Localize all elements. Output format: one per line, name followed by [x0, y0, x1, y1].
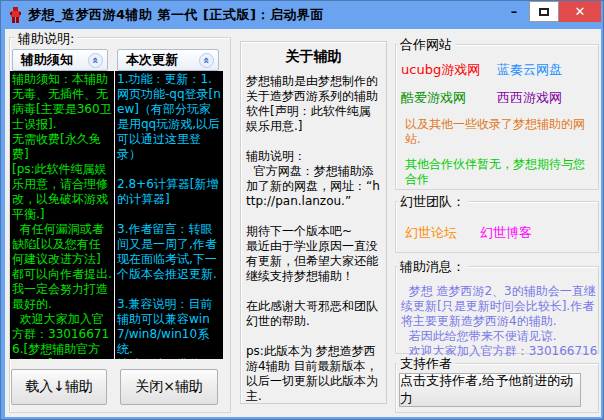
group-huanshi-team-label: 幻世团队： — [397, 193, 468, 211]
group-helper-description-label: 辅助说明: — [15, 30, 77, 48]
team-links: 幻世论坛 幻世博客 — [405, 224, 555, 242]
link-ucubg[interactable]: ucubg游戏网 — [401, 61, 497, 79]
partner-link-row: 酷爱游戏网 西西游戏网 — [401, 89, 593, 107]
link-huanshi-blog[interactable]: 幻世博客 — [480, 224, 555, 242]
load-helper-button[interactable]: 载入↓辅助 — [11, 369, 107, 405]
tab-current-update[interactable]: 本次更新 « — [117, 49, 219, 71]
partner-note-green: 其他合作伙伴暂无，梦想期待与您合作 — [405, 157, 593, 187]
close-button[interactable]: ✕ — [559, 1, 601, 22]
window-controls: – ✕ — [499, 1, 601, 22]
collapse-chevron-icon[interactable]: « — [199, 53, 214, 68]
link-huanshi-forum[interactable]: 幻世论坛 — [405, 224, 480, 242]
titlebar[interactable]: 梦想_造梦西游4辅助 第一代 [正式版]：启动界面 – ✕ — [1, 1, 603, 29]
partner-links: ucubg游戏网 蓝奏云网盘 酷爱游戏网 西西游戏网 以及其他一些收录了梦想辅助… — [395, 51, 599, 187]
link-xixi-games[interactable]: 西西游戏网 — [497, 89, 593, 107]
app-icon — [9, 7, 22, 23]
about-title: 关于辅助 — [246, 48, 381, 66]
link-lanzou-cloud[interactable]: 蓝奏云网盘 — [497, 61, 593, 79]
partner-link-row: ucubg游戏网 蓝奏云网盘 — [401, 61, 593, 79]
collapse-chevron-icon[interactable]: « — [88, 53, 103, 68]
link-kuai-games[interactable]: 酷爱游戏网 — [401, 89, 497, 107]
maximize-button[interactable] — [529, 1, 559, 22]
group-helper-news-label: 辅助消息： — [397, 258, 468, 276]
close-helper-button[interactable]: 关闭×辅助 — [120, 369, 218, 405]
notice-text-panel: 辅助须知：本辅助无毒、无插件、无病毒[主要是360卫士误报]. 无需收费[永久免… — [10, 71, 114, 359]
maximize-icon — [539, 8, 549, 16]
minimize-button[interactable]: – — [499, 1, 529, 22]
client-area: 辅助说明: 辅助须知 « 本次更新 « 辅助须知：本辅助无毒、无插件、无病毒[主… — [5, 29, 601, 417]
about-panel: 关于辅助 梦想辅助是由梦想制作的关于造梦西游系列的辅助软件[声明：此软件纯属娱乐… — [240, 41, 387, 404]
partner-note-orange: 以及其他一些收录了梦想辅助的网站. — [405, 117, 593, 147]
window-title: 梦想_造梦西游4辅助 第一代 [正式版]：启动界面 — [28, 6, 324, 24]
app-window: 梦想_造梦西游4辅助 第一代 [正式版]：启动界面 – ✕ 辅助说明: 辅助须知… — [0, 0, 604, 420]
update-text-panel: 1.功能：更新：1.网页功能-qq登录[new]（有部分玩家是用qq玩游戏,以后… — [115, 71, 223, 359]
group-support-author-label: 支持作者 — [397, 355, 455, 373]
group-partner-sites-label: 合作网站 — [397, 36, 455, 54]
support-author-button[interactable]: 点击支持作者,给予他前进的动力 — [399, 373, 581, 407]
tab-current-update-label: 本次更新 — [126, 51, 178, 69]
about-text: 梦想辅助是由梦想制作的关于造梦西游系列的辅助软件[声明：此软件纯属娱乐用意.] … — [246, 74, 381, 404]
tab-helper-notice[interactable]: 辅助须知 « — [12, 49, 108, 71]
tab-helper-notice-label: 辅助须知 — [21, 51, 73, 69]
